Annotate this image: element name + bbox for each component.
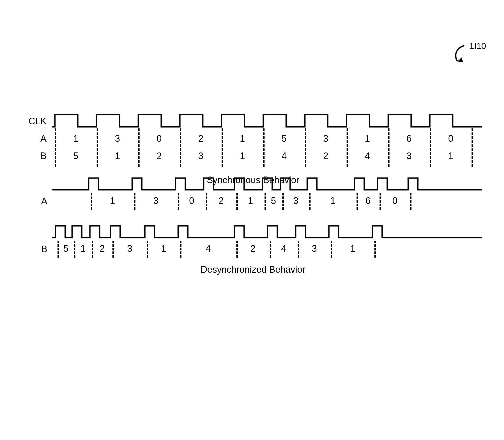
sync-b-cell: 4 [347, 147, 388, 165]
desync-b-vals-cell: 1 [147, 243, 180, 254]
desync-a-vals-cell: 0 [178, 195, 206, 206]
figure-reference-number: 1I10 [469, 41, 486, 51]
sync-b-cell: 1 [222, 147, 263, 165]
sync-row-labels: CLK A B [23, 113, 51, 165]
sync-a-cell: 3 [97, 130, 138, 147]
sync-a-cell: 1 [55, 130, 97, 147]
svg-marker-0 [457, 58, 463, 62]
desync-a-label: A [23, 196, 47, 207]
sync-timing-area: 1302153160 5123142431 [52, 113, 482, 165]
desync-b-values: 5123142431 [52, 241, 482, 257]
sync-a-cell: 1 [347, 130, 388, 147]
desync-a-vals-cell: 1 [309, 195, 357, 206]
sync-a-cell: 5 [263, 130, 305, 147]
sync-b-cell: 2 [138, 147, 180, 165]
desync-a-waveform [52, 177, 482, 192]
sync-row-a-values: 1302153160 [52, 130, 482, 147]
sync-a-cell: 0 [430, 130, 472, 147]
sync-a-cell: 2 [180, 130, 222, 147]
desync-a-vals-cell: 2 [206, 195, 236, 206]
clk-label: CLK [23, 113, 51, 130]
desync-b-vals-cell: 1 [331, 243, 374, 254]
desync-b-waveform-row [23, 224, 483, 240]
sync-clock-waveform [52, 113, 482, 130]
desync-b-vals-cell: 5 [58, 243, 74, 254]
desync-a-waveform-row [23, 177, 483, 192]
desync-a-vals-cell: 6 [357, 195, 380, 206]
sync-b-cell: 1 [430, 147, 472, 165]
figure-reference: 1I10 [450, 41, 486, 67]
sync-a-cell: 6 [388, 130, 430, 147]
desync-a-vals-cell: 1 [236, 195, 265, 206]
sync-b-cell: 2 [305, 147, 347, 165]
row-b-label: B [23, 147, 51, 165]
desync-a-values-row: A 1302153160 [23, 193, 483, 209]
sync-b-cell: 4 [263, 147, 305, 165]
desync-caption: Desynchronized Behavior [23, 264, 483, 275]
desync-b-vals-cell: 3 [112, 243, 147, 254]
sync-b-cell: 3 [180, 147, 222, 165]
sync-b-cell: 3 [388, 147, 430, 165]
sync-b-cell: 5 [55, 147, 97, 165]
sync-a-cell: 1 [222, 130, 263, 147]
desync-b-vals-cell: 3 [298, 243, 331, 254]
desync-a-vals-cell: 0 [380, 195, 410, 206]
sync-b-cell: 1 [97, 147, 138, 165]
desync-b-values-row: B 5123142431 [23, 241, 483, 257]
desync-a-vals-cell: 3 [282, 195, 309, 206]
desync-a-vals-cell: 5 [265, 195, 282, 206]
sync-a-cell: 0 [138, 130, 180, 147]
desync-b-waveform [52, 224, 482, 240]
desync-b-vals-cell: 1 [74, 243, 92, 254]
desync-a-vals-cell: 1 [91, 195, 134, 206]
desync-b-vals-cell: 2 [92, 243, 112, 254]
sync-row-b-values: 5123142431 [52, 147, 482, 165]
desync-b-vals-cell: 2 [236, 243, 270, 254]
reference-arrow-icon [450, 43, 468, 67]
desync-b-vals-cell: 4 [270, 243, 298, 254]
sync-a-cell: 3 [305, 130, 347, 147]
desync-b-vals-cell: 4 [180, 243, 236, 254]
desynchronized-block: A 1302153160 B 5123142431 Desynchronized… [23, 177, 483, 257]
desync-a-values: 1302153160 [52, 193, 482, 209]
desync-a-vals-cell: 3 [134, 195, 178, 206]
figure-page: 1I10 CLK A B 1302153160 5123142431 Synch… [10, 41, 494, 440]
desync-b-label: B [23, 244, 47, 255]
row-a-label: A [23, 130, 51, 147]
